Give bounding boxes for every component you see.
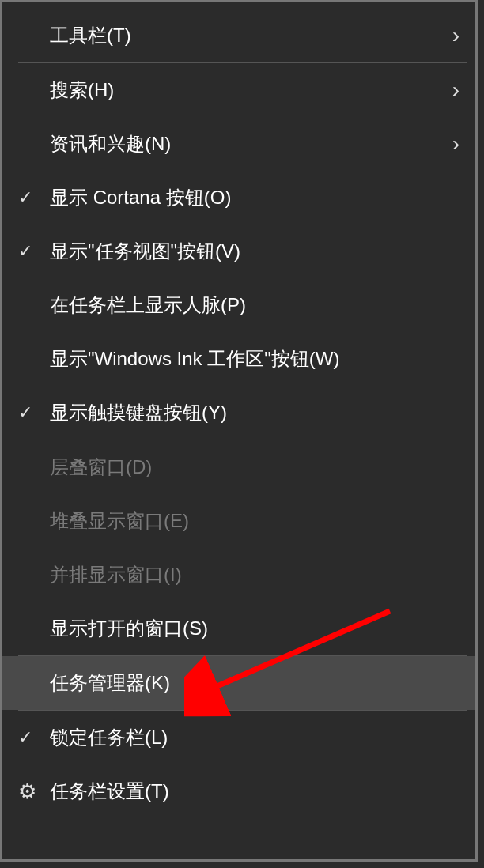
check-slot: ✓: [18, 402, 50, 423]
menu-item-label: 在任务栏上显示人脉(P): [50, 292, 459, 318]
menu-item-label: 显示 Cortana 按钮(O): [50, 185, 459, 210]
check-icon: ✓: [18, 241, 32, 262]
gear-icon: ⚙: [18, 779, 36, 804]
menu-item-ink[interactable]: 显示"Windows Ink 工作区"按钮(W): [2, 332, 475, 386]
menu-item-label: 锁定任务栏(L): [50, 725, 459, 750]
menu-item-lock-taskbar[interactable]: ✓ 锁定任务栏(L): [2, 711, 475, 764]
menu-item-toolbars[interactable]: 工具栏(T) ›: [2, 9, 475, 62]
chevron-right-icon: ›: [452, 77, 459, 103]
menu-item-cascade: 层叠窗口(D): [2, 440, 475, 494]
chevron-right-icon: ›: [452, 23, 459, 48]
menu-item-label: 资讯和兴趣(N): [50, 131, 452, 157]
menu-item-show-open[interactable]: 显示打开的窗口(S): [2, 602, 475, 655]
icon-slot: ⚙: [18, 779, 50, 804]
check-icon: ✓: [18, 727, 32, 748]
check-slot: ✓: [18, 241, 50, 262]
menu-item-label: 显示打开的窗口(S): [50, 616, 459, 641]
menu-item-taskview[interactable]: ✓ 显示"任务视图"按钮(V): [2, 225, 475, 278]
menu-item-search[interactable]: 搜索(H) ›: [2, 63, 475, 117]
check-icon: ✓: [18, 402, 32, 423]
menu-item-label: 任务栏设置(T): [50, 779, 459, 804]
taskbar-context-menu: 工具栏(T) › 搜索(H) › 资讯和兴趣(N) › ✓ 显示 Cortana…: [0, 0, 478, 862]
menu-item-sidebyside: 并排显示窗口(I): [2, 548, 475, 602]
menu-item-label: 层叠窗口(D): [50, 455, 459, 480]
menu-item-taskbar-settings[interactable]: ⚙ 任务栏设置(T): [2, 764, 475, 818]
check-icon: ✓: [18, 187, 32, 208]
menu-item-label: 任务管理器(K): [50, 670, 459, 696]
menu-item-people[interactable]: 在任务栏上显示人脉(P): [2, 278, 475, 332]
menu-item-stacked: 堆叠显示窗口(E): [2, 494, 475, 548]
menu-item-label: 显示"Windows Ink 工作区"按钮(W): [50, 346, 459, 372]
menu-item-touch-keyboard[interactable]: ✓ 显示触摸键盘按钮(Y): [2, 386, 475, 440]
menu-item-label: 并排显示窗口(I): [50, 562, 459, 587]
menu-item-label: 显示触摸键盘按钮(Y): [50, 400, 459, 425]
menu-item-cortana[interactable]: ✓ 显示 Cortana 按钮(O): [2, 171, 475, 225]
chevron-right-icon: ›: [452, 131, 459, 157]
menu-item-label: 搜索(H): [50, 77, 452, 103]
menu-item-task-manager[interactable]: 任务管理器(K): [2, 656, 475, 710]
check-slot: ✓: [18, 187, 50, 208]
check-slot: ✓: [18, 727, 50, 748]
menu-item-label: 工具栏(T): [50, 23, 452, 48]
menu-item-label: 显示"任务视图"按钮(V): [50, 239, 459, 264]
menu-item-label: 堆叠显示窗口(E): [50, 508, 459, 534]
menu-item-news[interactable]: 资讯和兴趣(N) ›: [2, 117, 475, 171]
